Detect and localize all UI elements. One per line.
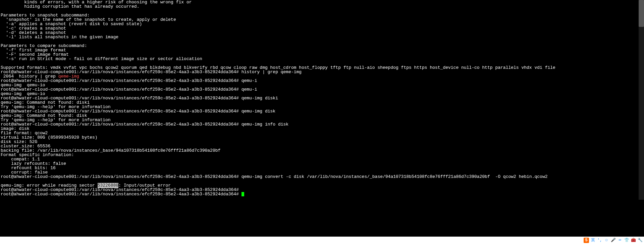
ime-taskbar: S 英 ', ☺ 🎤 ⌨ 👕 🧰 🔧 [0, 237, 644, 244]
ime-skin-icon[interactable]: 👕 [624, 238, 629, 243]
command: history | grep qeme-img [241, 69, 302, 75]
ime-toolbox-icon[interactable]: 🧰 [631, 238, 636, 243]
ime-mic-icon[interactable]: 🎤 [610, 238, 616, 243]
terminal-cursor[interactable] [241, 192, 244, 196]
help-text: hiding corruption that has already occur… [1, 4, 139, 9]
ime-language-indicator[interactable]: 英 [590, 238, 596, 243]
sogou-ime-icon[interactable]: S [584, 238, 589, 243]
command: qemu-i [241, 78, 257, 83]
shell-prompt: root@ahwater-cloud-compute001:/var/lib/n… [1, 192, 239, 197]
command: qemu-i [241, 87, 257, 92]
shell-prompt: root@ahwater-cloud-compute001:/var/lib/n… [1, 122, 239, 127]
ime-punct-indicator[interactable]: ', [597, 238, 602, 243]
scrollbar-thumb[interactable] [639, 0, 644, 27]
ime-emoji-icon[interactable]: ☺ [604, 238, 609, 243]
shell-prompt: root@ahwater-cloud-compute001:/var/lib/n… [1, 174, 239, 179]
ime-settings-icon[interactable]: 🔧 [637, 238, 643, 243]
terminal-output[interactable]: kinds of errors, with a higher risk of c… [0, 0, 521, 200]
ime-keyboard-icon[interactable]: ⌨ [617, 238, 623, 243]
command: qemu-img disk [241, 109, 275, 114]
scrollbar-track[interactable] [639, 0, 644, 200]
help-text: '-s' run in Strict mode - fail on differ… [1, 56, 202, 61]
help-text: '-l' lists all snapshots in the given im… [1, 35, 118, 40]
command: qemu-img info disk [241, 122, 288, 127]
command: qemu-img diski [241, 96, 278, 101]
command: qemu-img convert -c disk /var/lib/nova/i… [241, 174, 548, 179]
